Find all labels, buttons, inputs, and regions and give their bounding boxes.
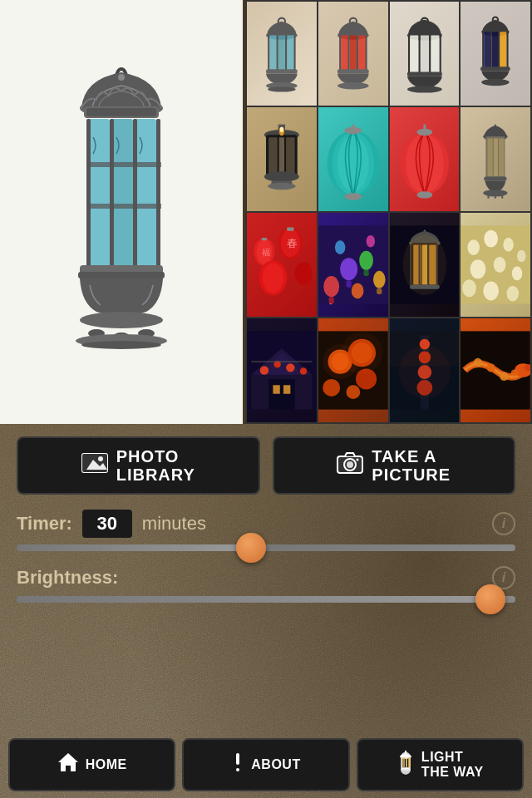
home-button[interactable]: HOME [8, 738, 175, 791]
svg-rect-123 [346, 280, 351, 287]
svg-rect-31 [268, 36, 269, 71]
svg-point-122 [340, 258, 357, 280]
grid-cell-3[interactable] [390, 2, 460, 106]
svg-point-129 [366, 235, 374, 248]
svg-point-149 [470, 259, 486, 278]
grid-cell-10[interactable] [318, 213, 388, 317]
svg-point-195 [98, 456, 103, 461]
lantern-grid: 福 春 [245, 0, 532, 424]
grid-cell-8[interactable] [461, 107, 530, 211]
svg-rect-44 [339, 36, 341, 71]
svg-point-150 [494, 257, 506, 273]
svg-rect-28 [269, 36, 277, 71]
photo-library-icon [81, 451, 108, 480]
svg-rect-35 [266, 69, 298, 73]
take-picture-label: TAKE A PICTURE [372, 447, 451, 484]
grid-cell-11[interactable] [390, 213, 460, 317]
timer-info-button[interactable]: i [492, 512, 515, 535]
grid-cell-13[interactable] [247, 318, 317, 422]
svg-point-198 [347, 461, 353, 468]
timer-slider-fill [17, 544, 251, 551]
svg-point-146 [485, 230, 499, 248]
svg-point-103 [483, 190, 507, 196]
grid-cell-14[interactable] [318, 318, 388, 422]
camera-icon [337, 451, 363, 480]
timer-slider-track[interactable] [17, 544, 515, 551]
svg-rect-209 [401, 768, 411, 771]
grid-cell-1[interactable] [247, 2, 317, 106]
svg-rect-33 [285, 36, 287, 71]
timer-slider-thumb[interactable] [236, 533, 266, 563]
grid-cell-6[interactable] [318, 107, 388, 211]
svg-rect-53 [410, 36, 418, 74]
light-the-way-label: LIGHT THE WAY [421, 750, 484, 779]
main-lantern-image[interactable] [0, 0, 245, 424]
timer-row: Timer: 30 minutes i [17, 510, 515, 538]
svg-rect-43 [358, 36, 366, 71]
svg-rect-45 [347, 36, 349, 71]
svg-point-153 [483, 281, 499, 300]
timer-value[interactable]: 30 [82, 510, 132, 538]
brightness-slider-fill [17, 596, 490, 603]
about-button[interactable]: ABOUT [182, 738, 349, 791]
grid-cell-4[interactable] [461, 2, 530, 106]
svg-point-188 [474, 358, 482, 367]
lantern-icon [397, 750, 415, 780]
grid-cell-16[interactable] [461, 318, 530, 422]
svg-rect-8 [111, 119, 133, 267]
svg-rect-14 [86, 162, 161, 167]
svg-rect-11 [110, 119, 114, 267]
about-label: ABOUT [251, 757, 300, 772]
svg-point-190 [500, 372, 508, 381]
brightness-slider-thumb[interactable] [475, 584, 505, 614]
svg-rect-68 [482, 32, 484, 68]
grid-cell-12[interactable] [461, 213, 530, 317]
svg-point-162 [286, 363, 294, 372]
svg-rect-101 [499, 138, 504, 176]
svg-rect-17 [78, 272, 165, 278]
svg-point-49 [337, 82, 369, 89]
svg-rect-10 [86, 119, 91, 267]
svg-rect-77 [268, 137, 277, 174]
brightness-slider-track[interactable] [17, 596, 515, 603]
svg-rect-166 [283, 385, 290, 393]
svg-point-80 [264, 171, 299, 182]
svg-point-89 [344, 127, 362, 134]
svg-rect-202 [236, 768, 239, 771]
grid-cell-7[interactable] [390, 107, 460, 211]
grid-cell-2[interactable] [318, 2, 388, 106]
grid-cell-9[interactable]: 福 春 [247, 213, 317, 317]
svg-rect-165 [273, 385, 279, 393]
svg-rect-58 [429, 36, 431, 74]
svg-point-90 [344, 193, 362, 200]
svg-rect-48 [337, 69, 369, 73]
svg-point-152 [462, 279, 476, 297]
svg-marker-200 [58, 753, 78, 771]
svg-point-94 [416, 129, 432, 135]
svg-rect-30 [287, 36, 294, 71]
svg-rect-72 [480, 66, 510, 71]
svg-rect-56 [407, 36, 409, 74]
svg-point-61 [406, 86, 441, 92]
svg-rect-78 [279, 137, 284, 174]
svg-point-145 [468, 239, 480, 255]
grid-cell-5[interactable] [247, 107, 317, 211]
svg-point-88 [337, 135, 369, 191]
svg-point-18 [80, 312, 163, 328]
svg-rect-15 [86, 204, 161, 209]
take-picture-button[interactable]: TAKE A PICTURE [273, 436, 516, 495]
svg-rect-46 [357, 36, 358, 71]
photo-library-button[interactable]: PHOTO LIBRARY [17, 436, 260, 495]
grid-cell-15[interactable] [390, 318, 460, 422]
svg-rect-60 [406, 71, 441, 76]
svg-point-37 [268, 86, 296, 91]
svg-rect-99 [488, 138, 493, 176]
svg-point-115 [295, 262, 313, 284]
svg-rect-208 [408, 757, 411, 767]
svg-point-163 [300, 367, 307, 374]
svg-point-176 [341, 332, 382, 373]
svg-rect-70 [498, 32, 500, 68]
light-the-way-button[interactable]: LIGHT THE WAY [357, 738, 524, 791]
photo-library-label: PHOTO LIBRARY [116, 447, 195, 484]
timer-label: Timer: [17, 513, 72, 534]
